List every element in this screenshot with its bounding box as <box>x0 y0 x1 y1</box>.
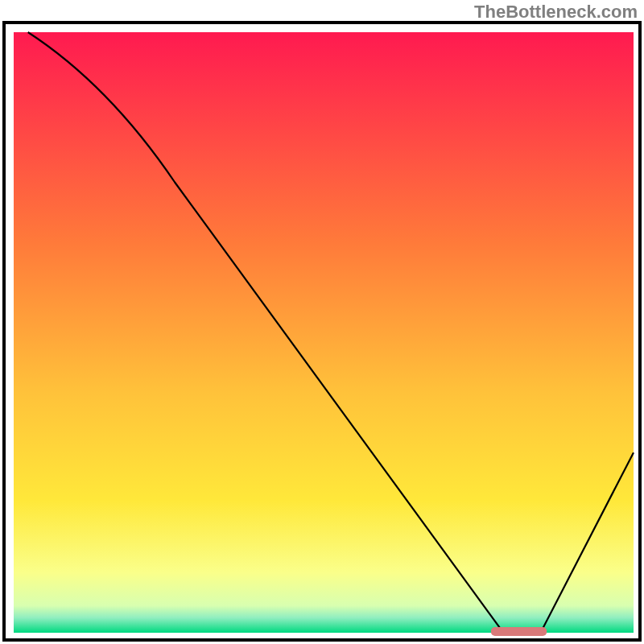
bottleneck-chart <box>0 0 644 644</box>
watermark-text: TheBottleneck.com <box>474 2 638 23</box>
optimal-range-marker <box>491 627 547 636</box>
chart-background-gradient <box>14 32 634 633</box>
